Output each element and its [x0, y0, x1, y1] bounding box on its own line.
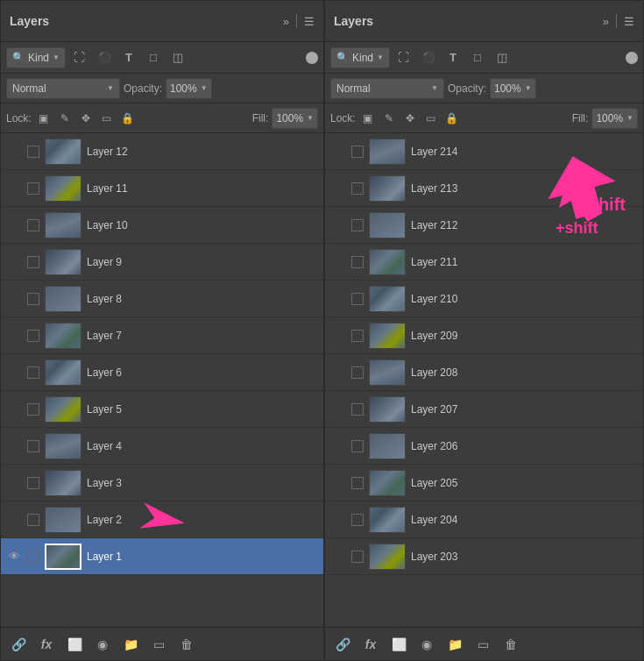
left-layer-item[interactable]: Layer 10	[1, 207, 323, 244]
right-layer-item[interactable]: Layer 214	[325, 133, 643, 170]
right-image-filter-btn[interactable]: ⛶	[393, 47, 414, 68]
left-layer-checkbox[interactable]	[27, 293, 39, 305]
left-layer-item[interactable]: Layer 5	[1, 391, 323, 428]
right-lock-paint-btn[interactable]: ✎	[380, 110, 398, 127]
left-layer-checkbox[interactable]	[27, 219, 39, 231]
left-mask-icon[interactable]: ⬜	[64, 634, 85, 655]
left-adjustment-icon[interactable]: ◉	[92, 634, 113, 655]
right-layer-visibility-icon[interactable]	[330, 475, 346, 491]
left-layer-checkbox[interactable]	[27, 366, 39, 379]
right-layer-checkbox[interactable]	[351, 403, 364, 416]
left-layer-visibility-icon[interactable]	[6, 328, 22, 344]
right-new-icon[interactable]: ▭	[472, 634, 493, 655]
right-delete-icon[interactable]: 🗑	[500, 634, 521, 655]
right-shape-filter-btn[interactable]: □	[467, 47, 488, 68]
right-layer-checkbox[interactable]	[351, 219, 364, 231]
left-layer-visibility-icon[interactable]	[6, 402, 22, 417]
right-lock-artboard-btn[interactable]: ▭	[422, 110, 440, 127]
right-layer-item[interactable]: Layer 207	[325, 391, 643, 428]
left-adjustment-filter-btn[interactable]: ⚫	[94, 47, 115, 68]
left-layer-visibility-icon[interactable]	[6, 512, 22, 528]
left-layer-checkbox[interactable]	[27, 551, 39, 563]
left-layer-checkbox[interactable]	[27, 477, 39, 489]
right-kind-dropdown[interactable]: 🔍 Kind ▼	[330, 47, 390, 68]
right-layer-visibility-icon[interactable]	[330, 291, 346, 307]
right-fx-icon[interactable]: fx	[360, 634, 381, 655]
left-layer-visibility-icon[interactable]	[6, 438, 22, 454]
right-layer-checkbox[interactable]	[351, 293, 364, 305]
right-mode-dropdown[interactable]: Normal ▼	[330, 78, 444, 99]
left-layer-item[interactable]: Layer 12	[1, 133, 323, 170]
left-layer-checkbox[interactable]	[27, 330, 39, 342]
right-layer-visibility-icon[interactable]	[330, 217, 346, 233]
left-type-filter-btn[interactable]: T	[118, 47, 139, 68]
left-layer-visibility-icon[interactable]	[6, 291, 22, 307]
left-layer-checkbox[interactable]	[27, 182, 39, 195]
left-layer-visibility-icon[interactable]	[6, 181, 22, 196]
left-layer-visibility-icon[interactable]	[6, 217, 22, 233]
left-panel-menu-icon[interactable]: ☰	[304, 15, 315, 28]
left-lock-all-btn[interactable]: 🔒	[119, 110, 137, 127]
left-layer-visibility-icon[interactable]: 👁	[6, 549, 22, 565]
left-image-filter-btn[interactable]: ⛶	[69, 47, 90, 68]
right-layer-visibility-icon[interactable]	[330, 438, 346, 454]
right-lock-pixels-btn[interactable]: ▣	[359, 110, 377, 127]
left-filter-toggle[interactable]	[306, 52, 318, 64]
right-layer-visibility-icon[interactable]	[330, 365, 346, 380]
left-delete-icon[interactable]: 🗑	[176, 634, 197, 655]
right-layer-checkbox[interactable]	[351, 256, 364, 268]
left-panel-expand-icon[interactable]: »	[283, 15, 289, 28]
right-layer-item[interactable]: Layer 210	[325, 281, 643, 317]
left-lock-pixels-btn[interactable]: ▣	[35, 110, 53, 127]
left-mode-dropdown[interactable]: Normal ▼	[6, 78, 120, 99]
right-layer-item[interactable]: Layer 211	[325, 244, 643, 281]
right-smart-filter-btn[interactable]: ◫	[492, 47, 513, 68]
right-adjustment-icon[interactable]: ◉	[416, 634, 437, 655]
left-smart-filter-btn[interactable]: ◫	[167, 47, 188, 68]
right-layer-checkbox[interactable]	[351, 366, 364, 379]
right-panel-menu-icon[interactable]: ☰	[624, 15, 634, 28]
left-lock-paint-btn[interactable]: ✎	[56, 110, 74, 127]
left-opacity-control[interactable]: 100% ▼	[166, 78, 212, 99]
right-fill-control[interactable]: 100% ▼	[591, 108, 638, 129]
right-layer-checkbox[interactable]	[351, 551, 364, 563]
right-layer-item[interactable]: Layer 206	[325, 428, 643, 465]
left-lock-artboard-btn[interactable]: ▭	[98, 110, 116, 127]
right-layer-checkbox[interactable]	[351, 514, 364, 526]
right-layer-item[interactable]: Layer 208	[325, 354, 643, 391]
left-layer-item[interactable]: Layer 11	[1, 170, 323, 207]
right-mask-icon[interactable]: ⬜	[388, 634, 409, 655]
right-lock-move-btn[interactable]: ✥	[401, 110, 419, 127]
right-layer-visibility-icon[interactable]	[330, 144, 346, 160]
left-layer-item[interactable]: Layer 7	[1, 317, 323, 354]
left-layer-item[interactable]: Layer 4	[1, 428, 323, 465]
left-layer-item[interactable]: Layer 6	[1, 354, 323, 391]
left-layer-checkbox[interactable]	[27, 256, 39, 268]
right-folder-icon[interactable]: 📁	[444, 634, 465, 655]
right-layer-item[interactable]: Layer 212	[325, 207, 643, 244]
right-layer-item[interactable]: Layer 205	[325, 465, 643, 501]
right-layer-visibility-icon[interactable]	[330, 512, 346, 528]
left-link-icon[interactable]: 🔗	[8, 634, 29, 655]
left-lock-move-btn[interactable]: ✥	[77, 110, 95, 127]
right-lock-all-btn[interactable]: 🔒	[443, 110, 461, 127]
right-layer-checkbox[interactable]	[351, 146, 364, 158]
right-filter-toggle[interactable]	[626, 52, 638, 64]
left-layer-visibility-icon[interactable]	[6, 475, 22, 491]
left-layer-visibility-icon[interactable]	[6, 144, 22, 160]
left-layer-checkbox[interactable]	[27, 146, 39, 158]
left-fx-icon[interactable]: fx	[36, 634, 57, 655]
left-fill-control[interactable]: 100% ▼	[272, 108, 318, 129]
right-layer-checkbox[interactable]	[351, 182, 364, 195]
left-layer-item[interactable]: Layer 9	[1, 244, 323, 281]
left-kind-dropdown[interactable]: 🔍 Kind ▼	[6, 47, 66, 68]
left-layer-checkbox[interactable]	[27, 440, 39, 452]
right-layer-item[interactable]: Layer 213	[325, 170, 643, 207]
left-layer-visibility-icon[interactable]	[6, 365, 22, 380]
right-type-filter-btn[interactable]: T	[442, 47, 464, 68]
right-layer-item[interactable]: Layer 209	[325, 317, 643, 354]
left-layer-visibility-icon[interactable]	[6, 254, 22, 270]
right-layer-visibility-icon[interactable]	[330, 402, 346, 417]
right-layer-visibility-icon[interactable]	[330, 549, 346, 565]
left-layer-item[interactable]: Layer 8	[1, 281, 323, 317]
